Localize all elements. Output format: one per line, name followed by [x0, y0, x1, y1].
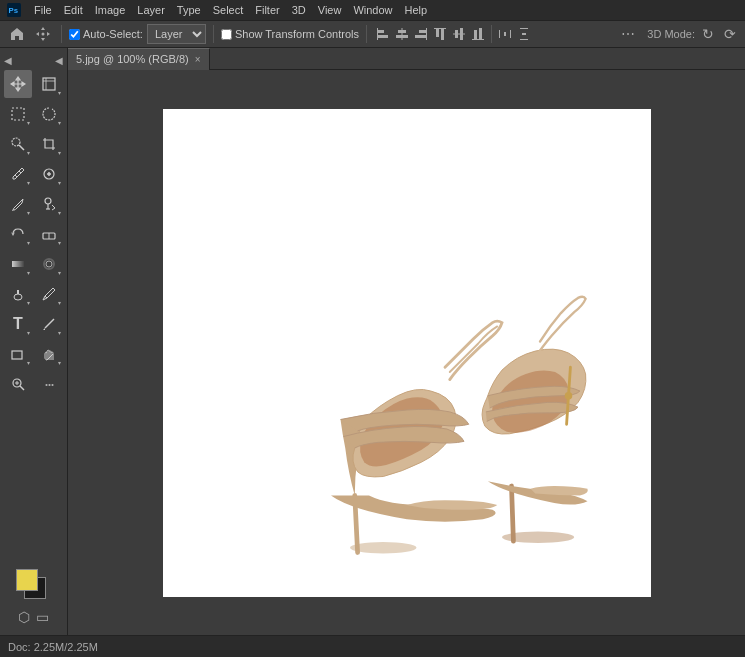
- auto-select-group: Auto-Select:: [69, 28, 143, 40]
- history-brush-btn[interactable]: ▾: [4, 220, 32, 248]
- corner-arrow: ▾: [58, 329, 61, 336]
- menu-window[interactable]: Window: [347, 2, 398, 18]
- menu-view[interactable]: View: [312, 2, 348, 18]
- corner-arrow: ▾: [27, 179, 30, 186]
- artboard-tool-btn[interactable]: ▾: [35, 70, 63, 98]
- crop-tool-btn[interactable]: ▾: [35, 130, 63, 158]
- swatch-wrap: [16, 569, 52, 605]
- svg-line-45: [20, 386, 24, 390]
- rectangular-marquee-btn[interactable]: ▾: [4, 100, 32, 128]
- align-right-icon[interactable]: [412, 24, 430, 44]
- home-icon[interactable]: [6, 23, 28, 45]
- zoom-btn[interactable]: [4, 370, 32, 398]
- svg-rect-20: [472, 39, 484, 40]
- menu-file[interactable]: File: [28, 2, 58, 18]
- menu-layer[interactable]: Layer: [131, 2, 171, 18]
- corner-arrow: ▾: [58, 119, 61, 126]
- 3d-rotate-icon[interactable]: ↻: [699, 24, 717, 44]
- lasso-tool-btn[interactable]: ▾: [35, 100, 63, 128]
- move-icon[interactable]: [32, 23, 54, 45]
- collapse-left-icon: ◀: [4, 55, 12, 66]
- status-bar: Doc: 2.25M/2.25M: [0, 635, 745, 657]
- healing-btn[interactable]: ▾: [35, 160, 63, 188]
- toolbar: ◀ ◀ ▾ ▾ ▾ ▾: [0, 48, 68, 635]
- extra-tools-btn[interactable]: ···: [35, 370, 63, 398]
- align-top-icon[interactable]: [431, 24, 449, 44]
- quick-mask-icon[interactable]: ⬡: [18, 609, 30, 625]
- canvas-viewport: [68, 70, 745, 635]
- transform-group: Show Transform Controls: [221, 28, 359, 40]
- blur-btn[interactable]: ▾: [35, 250, 63, 278]
- menu-3d[interactable]: 3D: [286, 2, 312, 18]
- pen-btn[interactable]: ▾: [35, 280, 63, 308]
- svg-rect-19: [479, 28, 482, 39]
- svg-rect-22: [504, 32, 506, 36]
- svg-point-35: [45, 198, 51, 204]
- svg-line-30: [19, 145, 24, 150]
- svg-rect-12: [436, 29, 439, 37]
- type-btn[interactable]: T ▾: [4, 310, 32, 338]
- corner-arrow: ▾: [58, 179, 61, 186]
- foreground-color-swatch[interactable]: [16, 569, 38, 591]
- svg-rect-26: [520, 39, 528, 40]
- menu-bar: Ps File Edit Image Layer Type Select Fil…: [0, 0, 745, 20]
- align-center-v-icon[interactable]: [450, 24, 468, 44]
- svg-rect-21: [499, 30, 500, 38]
- hand-btn[interactable]: ▾: [35, 340, 63, 368]
- menu-edit[interactable]: Edit: [58, 2, 89, 18]
- separator-1: [61, 25, 62, 43]
- quick-select-btn[interactable]: ▾: [4, 130, 32, 158]
- corner-arrow: ▾: [58, 269, 61, 276]
- menu-help[interactable]: Help: [399, 2, 434, 18]
- main-area: ◀ ◀ ▾ ▾ ▾ ▾: [0, 48, 745, 635]
- clone-stamp-btn[interactable]: ▾: [35, 190, 63, 218]
- corner-arrow: ▾: [58, 149, 61, 156]
- svg-point-40: [46, 261, 52, 267]
- document-tab[interactable]: 5.jpg @ 100% (RGB/8) ×: [68, 48, 210, 70]
- ps-logo: Ps: [4, 0, 24, 20]
- menu-image[interactable]: Image: [89, 2, 132, 18]
- corner-arrow: ▾: [27, 149, 30, 156]
- gradient-btn[interactable]: ▾: [4, 250, 32, 278]
- eyedropper-btn[interactable]: ▾: [4, 160, 32, 188]
- distribute-v-icon[interactable]: [515, 24, 533, 44]
- 3d-pan-icon[interactable]: ⟳: [721, 24, 739, 44]
- brush-btn[interactable]: ▾: [4, 190, 32, 218]
- align-bottom-icon[interactable]: [469, 24, 487, 44]
- toolbar-collapse[interactable]: ◀ ◀: [0, 52, 67, 68]
- corner-arrow: ▾: [27, 269, 30, 276]
- distribute-h-icon[interactable]: [496, 24, 514, 44]
- options-bar: Auto-Select: Layer Group Show Transform …: [0, 20, 745, 48]
- dodge-btn[interactable]: ▾: [4, 280, 32, 308]
- align-center-h-icon[interactable]: [393, 24, 411, 44]
- svg-rect-3: [377, 30, 384, 33]
- svg-rect-38: [12, 261, 24, 267]
- shape-btn[interactable]: ▾: [4, 340, 32, 368]
- transform-label: Show Transform Controls: [235, 28, 359, 40]
- screen-mode-icon[interactable]: ▭: [36, 609, 49, 625]
- transform-checkbox[interactable]: [221, 29, 232, 40]
- svg-point-41: [14, 294, 22, 300]
- corner-arrow: ▾: [27, 299, 30, 306]
- corner-arrow: ▾: [58, 209, 61, 216]
- eraser-btn[interactable]: ▾: [35, 220, 63, 248]
- corner-arrow: ▾: [58, 299, 61, 306]
- more-options-icon[interactable]: ⋯: [617, 23, 639, 45]
- svg-rect-17: [453, 34, 465, 35]
- layer-dropdown[interactable]: Layer Group: [147, 24, 206, 44]
- menu-select[interactable]: Select: [207, 2, 250, 18]
- move-tool-btn[interactable]: [4, 70, 32, 98]
- separator-3: [366, 25, 367, 43]
- align-left-icon[interactable]: [374, 24, 392, 44]
- document-tab-title: 5.jpg @ 100% (RGB/8): [76, 53, 189, 65]
- canvas-document: [163, 109, 651, 597]
- auto-select-checkbox[interactable]: [69, 29, 80, 40]
- svg-point-29: [12, 138, 20, 146]
- path-select-btn[interactable]: ▾: [35, 310, 63, 338]
- status-text: Doc: 2.25M/2.25M: [8, 641, 98, 653]
- menu-type[interactable]: Type: [171, 2, 207, 18]
- tab-close-btn[interactable]: ×: [195, 54, 201, 65]
- menu-filter[interactable]: Filter: [249, 2, 285, 18]
- tab-bar: 5.jpg @ 100% (RGB/8) ×: [68, 48, 745, 70]
- align-icons-group: [374, 24, 533, 44]
